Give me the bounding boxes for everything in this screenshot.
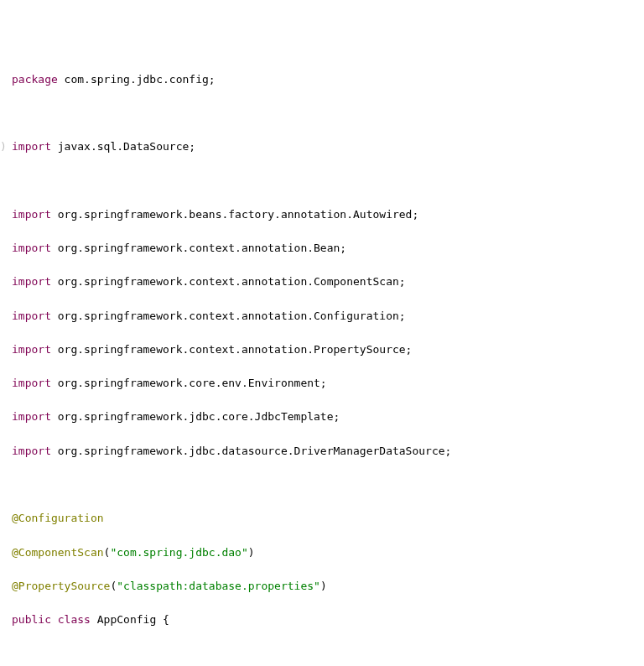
import-line: org.springframework.context.annotation.C… [51, 310, 406, 322]
import-keyword: import [12, 275, 51, 288]
paren: ) [320, 580, 327, 592]
import-keyword: import [12, 208, 51, 221]
import-keyword: import [12, 445, 51, 457]
paren: ) [248, 546, 255, 559]
annotation-configuration: @Configuration [12, 512, 104, 524]
import-line: org.springframework.context.annotation.P… [51, 343, 412, 356]
import-line: org.springframework.jdbc.datasource.Driv… [51, 445, 451, 457]
package-keyword: package [12, 73, 58, 86]
import-line: org.springframework.context.annotation.B… [51, 242, 346, 254]
annotation-componentscan: @ComponentScan [12, 546, 104, 559]
import-line: org.springframework.beans.factory.annota… [51, 208, 418, 221]
import-line: org.springframework.context.annotation.C… [51, 275, 406, 288]
code-block: package com.spring.jdbc.config; )import … [0, 54, 642, 666]
componentscan-arg: "com.spring.jdbc.dao" [110, 546, 247, 559]
import-keyword: import [12, 377, 51, 389]
class-name: AppConfig [97, 613, 156, 626]
import-line: org.springframework.core.env.Environment… [51, 377, 327, 389]
import-keyword: import [12, 343, 51, 356]
public-keyword: public [12, 613, 51, 626]
brace: { [156, 613, 169, 626]
annotation-propertysource: @PropertySource [12, 580, 110, 592]
propertysource-arg: "classpath:database.properties" [117, 580, 320, 592]
import-keyword: import [12, 242, 51, 254]
import-keyword: import [12, 310, 51, 322]
import-keyword: import [12, 140, 51, 153]
package-name: com.spring.jdbc.config; [58, 73, 216, 86]
import-line: org.springframework.jdbc.core.JdbcTempla… [51, 410, 340, 423]
import-keyword: import [12, 410, 51, 423]
class-keyword: class [58, 613, 91, 626]
gutter-mark: ) [0, 138, 12, 155]
import-line: javax.sql.DataSource; [51, 140, 195, 153]
